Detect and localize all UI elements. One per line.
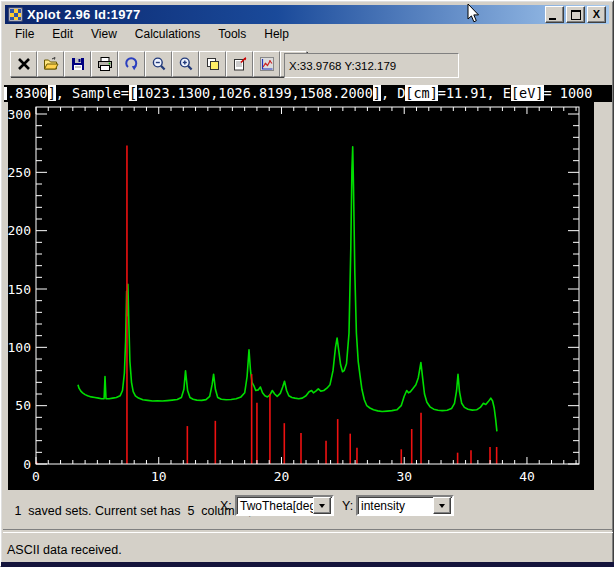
svg-text:50: 50	[15, 398, 31, 413]
menu-item-edit[interactable]: Edit	[43, 26, 82, 43]
menu-item-calculations[interactable]: Calculations	[126, 26, 209, 43]
save-button[interactable]	[64, 51, 91, 77]
coordinate-text: X:33.9768 Y:312.179	[289, 60, 396, 72]
window: Xplot 2.96 Id:1977 X File Edit View Calc…	[0, 0, 614, 567]
footer-controls: 1 saved sets. Current set has 5 columns,…	[1, 490, 614, 528]
minimize-button[interactable]	[545, 6, 564, 23]
y-column-select[interactable]: intensity	[356, 495, 454, 516]
menu-item-view[interactable]: View	[82, 26, 126, 43]
plot-canvas[interactable]: 010203040050100150200250300	[8, 101, 594, 490]
delete-icon	[16, 56, 32, 72]
copy-button[interactable]	[199, 51, 226, 77]
y-column-value: intensity	[358, 499, 433, 513]
maximize-icon	[571, 10, 581, 20]
redo-arrow-icon	[124, 56, 140, 72]
svg-text:300: 300	[8, 107, 31, 122]
close-button[interactable]: X	[587, 6, 606, 23]
copy-icon	[205, 56, 221, 72]
svg-text:0: 0	[32, 469, 40, 484]
zoom-out-button[interactable]	[145, 51, 172, 77]
y-column-dropdown-button[interactable]	[433, 497, 451, 514]
header-data-line: .8300], Sample=[1023.1300,1026.8199,1508…	[4, 85, 612, 102]
title-bar: Xplot 2.96 Id:1977 X	[5, 5, 609, 24]
statusbar-separator	[3, 529, 613, 533]
zoom-out-icon	[151, 56, 167, 72]
chevron-down-icon	[319, 504, 325, 508]
redo-button[interactable]	[118, 51, 145, 77]
menu-item-help[interactable]: Help	[255, 26, 298, 43]
properties-button[interactable]	[226, 51, 253, 77]
x-column-dropdown-button[interactable]	[313, 497, 331, 514]
open-button[interactable]	[37, 51, 64, 77]
saved-sets-text: 1 saved sets. Current set has 5 columns,	[11, 504, 251, 518]
svg-text:200: 200	[8, 223, 31, 238]
svg-text:0: 0	[23, 457, 31, 472]
plot-svg[interactable]: 010203040050100150200250300	[8, 101, 594, 490]
x-column-label: X:	[220, 499, 232, 513]
plot-style-icon	[259, 56, 275, 72]
y-column-label: Y:	[342, 499, 353, 513]
chevron-down-icon	[439, 504, 445, 508]
x-column-select[interactable]: TwoTheta[deg]	[235, 495, 334, 516]
svg-text:250: 250	[8, 165, 31, 180]
menu-bar: File Edit View Calculations Tools Help	[6, 26, 608, 43]
print-button[interactable]	[91, 51, 118, 77]
zoom-in-icon	[178, 56, 194, 72]
minimize-icon	[549, 18, 556, 20]
close-icon: X	[593, 9, 600, 20]
menu-item-file[interactable]: File	[6, 26, 43, 43]
svg-text:30: 30	[396, 469, 412, 484]
bottom-edge	[1, 562, 614, 567]
maximize-button[interactable]	[566, 6, 585, 23]
svg-text:100: 100	[8, 340, 31, 355]
status-text: ASCII data received.	[7, 543, 122, 557]
window-title: Xplot 2.96 Id:1977	[27, 7, 545, 22]
menu-item-tools[interactable]: Tools	[209, 26, 255, 43]
save-floppy-icon	[70, 56, 86, 72]
properties-icon	[232, 56, 248, 72]
svg-text:20: 20	[274, 469, 290, 484]
plot-style-button[interactable]	[253, 51, 280, 77]
printer-icon	[97, 56, 113, 72]
svg-text:40: 40	[519, 469, 535, 484]
status-bar: ASCII data received.	[3, 539, 614, 561]
coordinate-readout: X:33.9768 Y:312.179	[284, 53, 459, 78]
x-column-value: TwoTheta[deg]	[237, 499, 313, 513]
zoom-in-button[interactable]	[172, 51, 199, 77]
toolbar	[10, 51, 307, 77]
open-folder-icon	[43, 56, 59, 72]
app-icon	[8, 7, 24, 23]
svg-text:10: 10	[151, 469, 167, 484]
delete-button[interactable]	[10, 51, 37, 77]
svg-text:150: 150	[8, 282, 31, 297]
